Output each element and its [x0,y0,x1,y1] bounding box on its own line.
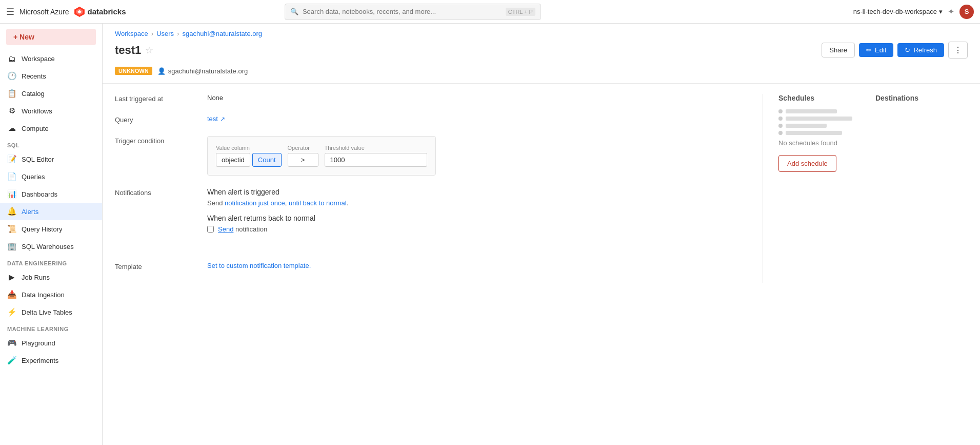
notif-title: When alert is triggered [207,188,348,196]
alerts-icon: 🔔 [7,207,16,216]
query-label: Query [115,115,197,124]
sidebar-item-sql-editor[interactable]: 📝 SQL Editor [0,150,102,168]
query-link[interactable]: test ↗ [207,115,225,123]
refresh-label: Refresh [913,46,937,54]
sidebar-item-delta-live[interactable]: ⚡ Delta Live Tables [0,303,102,321]
destinations-title: Destinations [875,94,968,102]
user-icon: 👤 [157,67,166,75]
template-row: Template Set to custom notification temp… [115,262,747,270]
sidebar-item-label: Query History [22,225,62,233]
breadcrumb-sep2: › [177,30,179,37]
share-button[interactable]: Share [822,43,855,57]
schedules-title: Schedules [778,94,865,102]
avatar[interactable]: S [959,5,974,19]
edit-icon: ✏ [866,46,872,54]
last-triggered-value: None [207,94,223,102]
schedules-panel: Schedules [778,94,865,172]
job-runs-icon: ▶ [7,273,16,282]
schedule-line-2 [778,117,865,121]
template-label: Template [115,262,197,270]
breadcrumb-user-email[interactable]: sgachuhi@naturalstate.org [182,30,262,37]
sidebar-item-queries[interactable]: 📄 Queries [0,168,102,185]
trigger-condition-box: Value column objectid Count Operator Thr… [207,136,436,176]
notif-once-text: notification just once [225,199,285,207]
edit-button[interactable]: ✏ Edit [859,43,893,57]
sidebar-item-label: Queries [22,173,45,181]
workflows-icon: ⚙ [7,106,16,115]
sidebar-item-label: Alerts [22,208,38,216]
sidebar-item-dashboards[interactable]: 📊 Dashboards [0,185,102,203]
star-icon[interactable]: ☆ [145,45,153,56]
notif-link[interactable]: until back to normal [289,199,347,207]
threshold-input[interactable] [325,153,427,167]
catalog-icon: 📋 [7,89,16,98]
topnav: ☰ Microsoft Azure databricks 🔍 CTRL + P … [0,0,980,24]
breadcrumb-workspace[interactable]: Workspace [115,30,148,37]
status-badge: UNKNOWN [115,67,152,75]
query-link-text: test [207,115,218,123]
notif-send-link[interactable]: Send [218,225,233,233]
chip-count[interactable]: Count [252,153,282,167]
sidebar-item-data-ingestion[interactable]: 📥 Data Ingestion [0,286,102,303]
sidebar-item-workflows[interactable]: ⚙ Workflows [0,102,102,120]
more-button[interactable]: ⋮ [948,42,968,59]
brand-text: Microsoft Azure [19,8,69,16]
sidebar-item-playground[interactable]: 🎮 Playground [0,334,102,352]
value-column-group: Value column objectid Count [216,145,282,167]
main-content: Workspace › Users › sgachuhi@naturalstat… [103,24,980,445]
search-shortcut: CTRL + P [506,8,535,16]
hamburger-icon[interactable]: ☰ [6,6,14,17]
workspace-name: ns-ii-tech-dev-db-workspace [853,8,937,15]
sidebar-item-compute[interactable]: ☁ Compute [0,120,102,137]
notif-checkbox[interactable] [207,226,214,233]
sidebar-item-recents[interactable]: 🕐 Recents [0,67,102,85]
de-section-label: Data Engineering [0,255,102,268]
notif-check-label: Send notification [218,225,267,233]
notifications-row: Notifications When alert is triggered Se… [115,188,747,249]
operator-input[interactable] [288,153,318,167]
schedule-line-1 [778,109,865,113]
add-schedule-button[interactable]: Add schedule [778,155,836,172]
line-bar-3 [786,124,827,128]
operator-group: Operator [288,145,318,167]
sidebar-item-query-history[interactable]: 📜 Query History [0,220,102,238]
sidebar-item-experiments[interactable]: 🧪 Experiments [0,352,102,369]
sidebar-item-sql-warehouses[interactable]: 🏢 SQL Warehouses [0,238,102,255]
sidebar-item-alerts[interactable]: 🔔 Alerts [0,203,102,220]
workspace-icon: 🗂 [7,54,16,63]
breadcrumb-users[interactable]: Users [156,30,174,37]
sidebar-item-label: Job Runs [22,274,50,281]
edit-label: Edit [875,46,886,54]
sidebar-item-label: SQL Editor [22,156,54,163]
last-triggered-label: Last triggered at [115,94,197,103]
chip-objectid[interactable]: objectid [216,153,250,167]
page-header: test1 ☆ Share ✏ Edit ↻ Refresh ⋮ [103,37,980,65]
sidebar-item-label: Workspace [22,55,55,63]
line-bar-4 [786,131,842,135]
workspace-selector[interactable]: ns-ii-tech-dev-db-workspace ▾ [853,8,943,15]
search-icon: 🔍 [290,8,298,15]
new-button[interactable]: + New [6,29,96,45]
search-bar[interactable]: 🔍 CTRL + P [285,4,541,20]
star-nav-icon[interactable]: ✦ [948,7,954,16]
queries-icon: 📄 [7,172,16,181]
trigger-condition-label: Trigger condition [115,136,197,145]
threshold-group: Threshold value [325,145,427,167]
line-bar-2 [786,117,852,121]
notif-check-row: Send notification [207,225,348,233]
search-input[interactable] [303,8,502,15]
content-left: Last triggered at None Query test ↗ Tr [115,94,747,283]
databricks-icon [74,6,85,17]
query-history-icon: 📜 [7,224,16,234]
template-link[interactable]: Set to custom notification template. [207,262,311,269]
app-layout: + New 🗂 Workspace 🕐 Recents 📋 Catalog ⚙ … [0,24,980,445]
refresh-button[interactable]: ↻ Refresh [897,43,944,57]
notifications-section: When alert is triggered Send notificatio… [207,188,348,237]
sidebar-item-label: Compute [22,125,49,132]
sidebar-item-job-runs[interactable]: ▶ Job Runs [0,268,102,286]
query-row: Query test ↗ [115,115,747,124]
databricks-logo: databricks [74,6,126,17]
query-value: test ↗ [207,115,225,123]
sidebar-item-catalog[interactable]: 📋 Catalog [0,85,102,102]
sidebar-item-workspace[interactable]: 🗂 Workspace [0,50,102,67]
